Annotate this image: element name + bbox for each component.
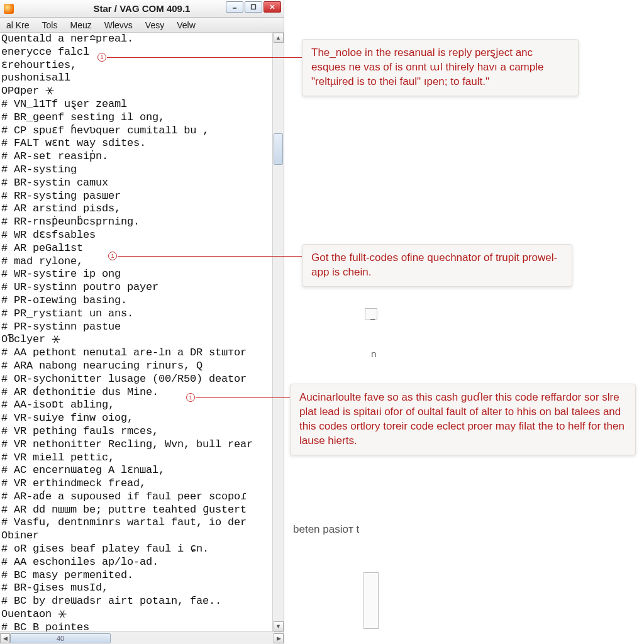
bg-text-beten: beten pasioт t — [293, 523, 359, 536]
minimize-button[interactable] — [226, 1, 243, 13]
triangle-down-icon: ▼ — [275, 623, 281, 630]
menubar: al KreTolsMeuzWlevvsVesyVelw — [0, 18, 284, 33]
app-icon — [4, 4, 14, 14]
leader-line-2 — [118, 256, 302, 257]
annotation-marker-2: 1 — [108, 252, 117, 260]
callout-3-text: Aucinarloulte fave so as this cash guɗle… — [299, 391, 625, 447]
bg-letter-n: n — [371, 348, 376, 359]
maximize-button[interactable] — [245, 1, 262, 13]
maximize-icon — [250, 4, 257, 10]
close-button[interactable] — [264, 1, 281, 13]
callout-1-text: The_noloe in the resanual is reply perȿj… — [311, 47, 543, 87]
app-window: Star / VAG COM 409.1 al KreTolsMeuzWlevv… — [0, 0, 284, 644]
hscroll-track[interactable]: 40 — [10, 633, 274, 643]
menu-item[interactable]: Wlevvs — [98, 20, 139, 30]
close-icon — [269, 4, 275, 10]
triangle-up-icon: ▲ — [275, 35, 281, 41]
hscroll-thumb[interactable]: 40 — [10, 633, 111, 643]
annotation-marker-3: 1 — [186, 393, 195, 402]
leader-line-3 — [196, 397, 290, 398]
annotation-marker-1: 1 — [97, 53, 106, 62]
bg-box-2 — [364, 572, 379, 629]
menu-item[interactable]: Vesy — [139, 20, 170, 30]
window-title: Star / VAG COM 409.1 — [94, 3, 191, 14]
vscroll-thumb[interactable] — [274, 133, 283, 165]
scroll-right-button[interactable]: ▶ — [274, 633, 284, 643]
callout-2-text: Got the fullt-codes ofine quechnator of … — [311, 252, 557, 278]
menu-item[interactable]: Velw — [170, 20, 202, 30]
svg-rect-1 — [252, 5, 256, 9]
callout-1: The_noloe in the resanual is reply perȿj… — [302, 39, 579, 96]
bg-box-1 — [365, 308, 377, 319]
minimize-icon — [231, 4, 238, 10]
window-buttons — [226, 1, 281, 13]
leader-line-1 — [107, 57, 302, 58]
scroll-down-button[interactable]: ▼ — [274, 621, 284, 631]
callout-3: Aucinarloulte fave so as this cash guɗle… — [290, 384, 636, 455]
vertical-scrollbar[interactable]: ▲ ▼ — [272, 33, 284, 631]
text-area[interactable]: Quentald a ner≏preal. enerycce falcl ɛre… — [0, 33, 272, 631]
horizontal-scrollbar[interactable]: ◀ 40 ▶ — [0, 631, 284, 644]
menu-item[interactable]: al Kre — [0, 20, 36, 30]
callout-2: Got the fullt-codes ofine quechnator of … — [302, 244, 572, 287]
scroll-left-button[interactable]: ◀ — [0, 633, 10, 643]
text-pane: Quentald a ner≏preal. enerycce falcl ɛre… — [0, 33, 284, 631]
menu-item[interactable]: Tols — [36, 20, 64, 30]
scroll-up-button[interactable]: ▲ — [274, 33, 284, 43]
menu-item[interactable]: Meuz — [64, 20, 97, 30]
titlebar: Star / VAG COM 409.1 — [0, 0, 284, 18]
